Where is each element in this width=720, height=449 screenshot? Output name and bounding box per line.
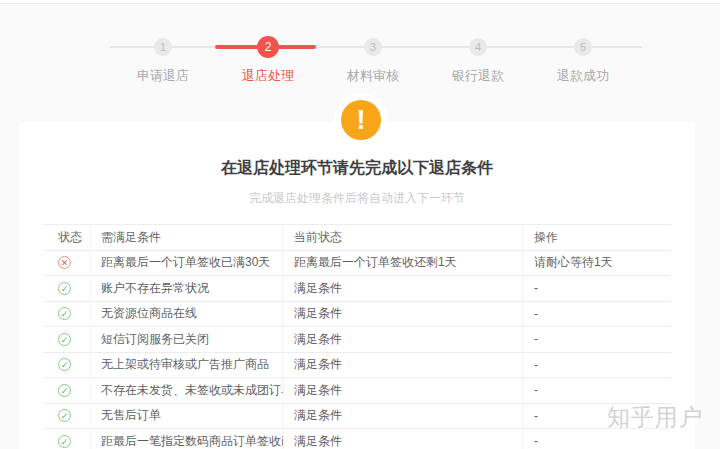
table-row: ✓ 短信订阅服务已关闭 满足条件 - [43, 327, 671, 353]
table-header-row: 状态 需满足条件 当前状态 操作 [43, 225, 671, 251]
step-1-circle: 1 [154, 38, 172, 56]
current-status-cell: 满足条件 [283, 429, 523, 449]
check-circle-icon: ✓ [58, 384, 71, 397]
header-condition: 需满足条件 [90, 225, 283, 250]
table-row: ✓ 账户不存在异常状况 满足条件 - [43, 276, 671, 302]
step-5-label: 退款成功 [530, 67, 636, 85]
table-row: ✓ 不存在未发货、未签收或未成团订单 满足条件 - [43, 378, 671, 404]
conditions-table: 状态 需满足条件 当前状态 操作 ✕ 距离最后一个订单签收已满30天 距离最后一… [43, 224, 671, 449]
condition-cell: 距离最后一个订单签收已满30天 [90, 251, 283, 276]
condition-cell: 不存在未发货、未签收或未成团订单 [90, 378, 283, 403]
check-circle-icon: ✓ [58, 307, 71, 320]
condition-cell: 无售后订单 [90, 404, 283, 429]
page-subtitle: 完成退店处理条件后将自动进入下一环节 [19, 190, 695, 207]
step-2-label: 退店处理 [215, 67, 321, 85]
current-status-cell: 距离最后一个订单签收还剩1天 [283, 251, 523, 276]
condition-cell: 距最后一笔指定数码商品订单签收已满180天 [90, 429, 283, 449]
operation-cell: - [523, 276, 671, 301]
exclamation-circle-icon: ! [341, 100, 381, 140]
condition-cell: 账户不存在异常状况 [90, 276, 283, 301]
current-status-cell: 满足条件 [283, 404, 523, 429]
check-circle-icon: ✓ [58, 333, 71, 346]
step-4-label: 银行退款 [425, 67, 531, 85]
step-bank-refund: 4 银行退款 [425, 38, 531, 85]
table-row: ✕ 距离最后一个订单签收已满30天 距离最后一个订单签收还剩1天 请耐心等待1天 [43, 251, 671, 277]
cross-circle-icon: ✕ [58, 256, 71, 269]
warning-badge: ! [334, 93, 388, 147]
condition-cell: 短信订阅服务已关闭 [90, 327, 283, 352]
progress-stepper: 1 申请退店 2 退店处理 3 材料审核 4 银行退款 5 退款成功 [0, 0, 720, 92]
step-2-circle: 2 [257, 36, 279, 58]
current-status-cell: 满足条件 [283, 353, 523, 378]
condition-cell: 无上架或待审核或广告推广商品 [90, 353, 283, 378]
header-status: 状态 [43, 225, 90, 250]
current-status-cell: 满足条件 [283, 302, 523, 327]
operation-cell: - [523, 327, 671, 352]
zhihu-user-watermark: 知乎用户 [607, 402, 703, 433]
condition-cell: 无资源位商品在线 [90, 302, 283, 327]
table-row: ✓ 距最后一笔指定数码商品订单签收已满180天 满足条件 - [43, 429, 671, 449]
step-4-circle: 4 [469, 38, 487, 56]
step-5-circle: 5 [574, 38, 592, 56]
check-circle-icon: ✓ [58, 282, 71, 295]
conditions-card: 在退店处理环节请先完成以下退店条件 完成退店处理条件后将自动进入下一环节 状态 … [19, 122, 695, 449]
operation-cell: - [523, 353, 671, 378]
step-1-label: 申请退店 [110, 67, 216, 85]
operation-cell: - [523, 378, 671, 403]
step-processing: 2 退店处理 [215, 38, 321, 85]
operation-cell: 请耐心等待1天 [523, 251, 671, 276]
current-status-cell: 满足条件 [283, 378, 523, 403]
table-row: ✓ 无上架或待审核或广告推广商品 满足条件 - [43, 353, 671, 379]
header-current-status: 当前状态 [283, 225, 523, 250]
step-refund-success: 5 退款成功 [530, 38, 636, 85]
step-3-label: 材料审核 [320, 67, 426, 85]
operation-cell: - [523, 302, 671, 327]
table-row: ✓ 无资源位商品在线 满足条件 - [43, 302, 671, 328]
check-circle-icon: ✓ [58, 358, 71, 371]
current-status-cell: 满足条件 [283, 276, 523, 301]
check-circle-icon: ✓ [58, 409, 71, 422]
header-operation: 操作 [523, 225, 671, 250]
current-status-cell: 满足条件 [283, 327, 523, 352]
table-row: ✓ 无售后订单 满足条件 - [43, 404, 671, 430]
store-closure-progress-page: 1 申请退店 2 退店处理 3 材料审核 4 银行退款 5 退款成功 ! 在退店… [0, 0, 720, 449]
check-circle-icon: ✓ [58, 435, 71, 448]
step-3-circle: 3 [364, 38, 382, 56]
step-apply: 1 申请退店 [110, 38, 216, 85]
step-material-review: 3 材料审核 [320, 38, 426, 85]
